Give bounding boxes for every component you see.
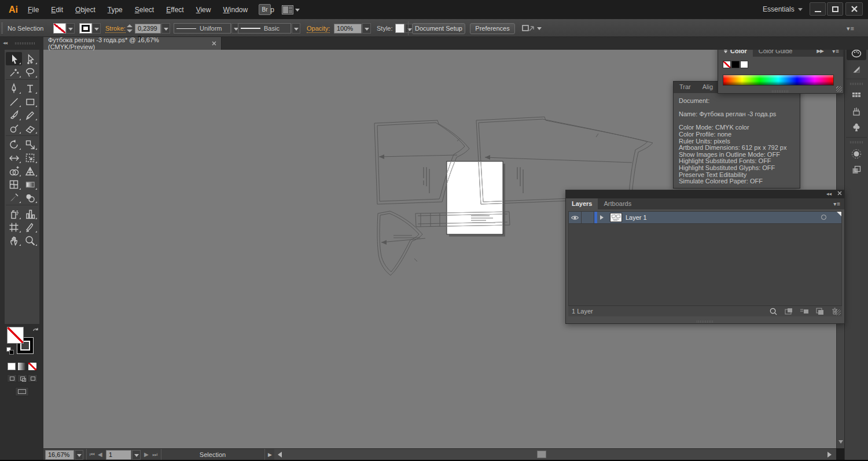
dock-grip-icon[interactable] (850, 83, 863, 85)
status-bar-menu-icon[interactable]: ▶ (268, 452, 272, 458)
eraser-tool[interactable] (22, 121, 38, 135)
free-transform-tool[interactable] (22, 151, 38, 164)
perspective-grid-tool[interactable] (22, 164, 38, 178)
fill-proxy-swatch[interactable] (8, 327, 23, 343)
artboard-tool[interactable] (6, 220, 22, 234)
opacity-dropdown[interactable] (362, 23, 371, 34)
maximize-button[interactable] (827, 2, 843, 16)
screen-mode-button[interactable] (15, 387, 29, 396)
lasso-tool[interactable] (22, 65, 38, 79)
paintbrush-tool[interactable] (6, 108, 22, 121)
brush-definition-select[interactable]: Basic (238, 23, 291, 34)
preferences-button[interactable]: Preferences (470, 23, 515, 34)
resize-grip-icon[interactable] (836, 86, 842, 92)
width-tool[interactable] (6, 151, 22, 164)
dock-grip-icon[interactable] (850, 141, 863, 143)
scroll-right-icon[interactable] (827, 452, 832, 458)
rotate-tool[interactable] (6, 138, 22, 151)
document-tab[interactable]: Футбока реглан -3 года.ps* @ 16,67% (CMY… (43, 37, 222, 50)
line-segment-tool[interactable] (6, 95, 22, 108)
menu-item[interactable]: Window (223, 6, 248, 14)
draw-behind-button[interactable] (17, 374, 27, 382)
scroll-down-icon[interactable] (838, 440, 843, 444)
document-setup-button[interactable]: Document Setup (412, 23, 465, 34)
previous-artboard-icon[interactable]: ◀ (98, 451, 102, 458)
target-indicator-icon[interactable] (821, 215, 826, 220)
type-tool[interactable] (22, 82, 38, 95)
zoom-tool[interactable] (22, 234, 38, 247)
close-tab-icon[interactable] (212, 41, 216, 46)
tab-layers[interactable]: Layers (566, 198, 598, 209)
brushes-panel-icon[interactable] (847, 104, 866, 119)
minimize-button[interactable] (810, 2, 826, 16)
tab-artboards[interactable]: Artboards (598, 198, 637, 209)
layers-panel-menu-icon[interactable]: ▾≡ (830, 198, 844, 209)
opacity-link[interactable]: Opacity: (307, 25, 330, 33)
draw-normal-button[interactable] (7, 374, 17, 382)
stroke-weight-stepper[interactable] (127, 24, 133, 33)
symbol-sprayer-tool[interactable] (6, 207, 22, 220)
direct-selection-tool[interactable] (22, 52, 38, 65)
layer-row[interactable]: Layer 1 (569, 212, 841, 224)
rectangle-tool[interactable] (22, 95, 38, 108)
scale-tool[interactable] (22, 138, 38, 151)
color-spectrum-bar[interactable] (723, 75, 834, 86)
visibility-toggle[interactable] (569, 212, 582, 223)
artboard-number-field[interactable]: 1 (106, 450, 131, 460)
resize-grip-icon[interactable] (835, 309, 841, 315)
menu-item[interactable]: File (28, 6, 39, 14)
menu-item[interactable]: View (196, 6, 211, 14)
stroke-weight-field[interactable]: 0,2399 p (135, 24, 161, 34)
slice-tool[interactable] (22, 220, 38, 234)
make-clipping-mask-icon[interactable] (784, 307, 793, 315)
fill-color-dropdown[interactable] (66, 23, 75, 34)
menu-item[interactable]: Object (75, 6, 95, 14)
lock-toggle[interactable] (582, 212, 594, 223)
magic-wand-tool[interactable] (6, 65, 22, 79)
default-fill-stroke-icon[interactable] (6, 347, 14, 355)
transparency-panel-icon[interactable] (847, 162, 866, 177)
hand-tool[interactable] (6, 234, 22, 247)
expand-layer-icon[interactable] (597, 214, 606, 221)
color-guide-panel-icon[interactable] (847, 61, 866, 76)
layer-thumbnail[interactable] (610, 213, 622, 222)
blob-brush-tool[interactable] (6, 121, 22, 135)
style-swatch[interactable] (395, 24, 404, 33)
align-to-pixel-grid-icon[interactable] (522, 24, 535, 32)
gradient-panel-icon[interactable] (847, 146, 866, 161)
tools-grip-icon[interactable] (15, 42, 35, 45)
first-artboard-icon[interactable]: ⏮ (90, 451, 95, 458)
selection-tool[interactable] (6, 52, 22, 65)
draw-inside-button[interactable] (28, 374, 38, 382)
close-panel-icon[interactable] (837, 191, 842, 196)
stroke-color-dropdown[interactable] (92, 23, 101, 34)
none-button[interactable] (28, 362, 37, 371)
last-artboard-icon[interactable]: ⏭ (152, 451, 157, 458)
layers-panel-titlebar[interactable]: ◂◂ (566, 190, 844, 198)
eyedropper-tool[interactable] (6, 191, 22, 204)
menu-item[interactable]: Type (108, 6, 123, 14)
menu-item[interactable]: Effect (166, 6, 183, 14)
layer-name[interactable]: Layer 1 (626, 214, 647, 221)
column-graph-tool[interactable] (22, 207, 38, 220)
menu-item[interactable]: Edit (51, 6, 63, 14)
blend-tool[interactable] (22, 191, 38, 204)
opacity-field[interactable]: 100% (334, 24, 362, 34)
swap-fill-stroke-icon[interactable] (32, 327, 39, 334)
locate-object-icon[interactable] (769, 307, 778, 316)
tab-align[interactable]: Alig (697, 82, 719, 93)
white-swatch[interactable] (740, 61, 748, 68)
stroke-color-swatch[interactable] (79, 23, 92, 34)
panel-drag-grip-icon[interactable] (697, 320, 714, 323)
new-layer-icon[interactable] (815, 307, 825, 315)
pen-tool[interactable] (6, 82, 22, 95)
tab-transform[interactable]: Trar (674, 82, 697, 93)
arrange-documents-caret-icon[interactable] (295, 9, 300, 12)
collapse-panel-icon[interactable]: ◂◂ (826, 191, 832, 197)
control-panel-menu-icon[interactable]: ▾≡ (847, 25, 855, 32)
workspace-switcher[interactable]: Essentials (763, 5, 803, 13)
symbols-panel-icon[interactable] (847, 120, 866, 135)
horizontal-scrollbar[interactable] (274, 448, 836, 460)
new-sublayer-icon[interactable] (800, 307, 809, 315)
zoom-dropdown[interactable] (75, 450, 83, 460)
